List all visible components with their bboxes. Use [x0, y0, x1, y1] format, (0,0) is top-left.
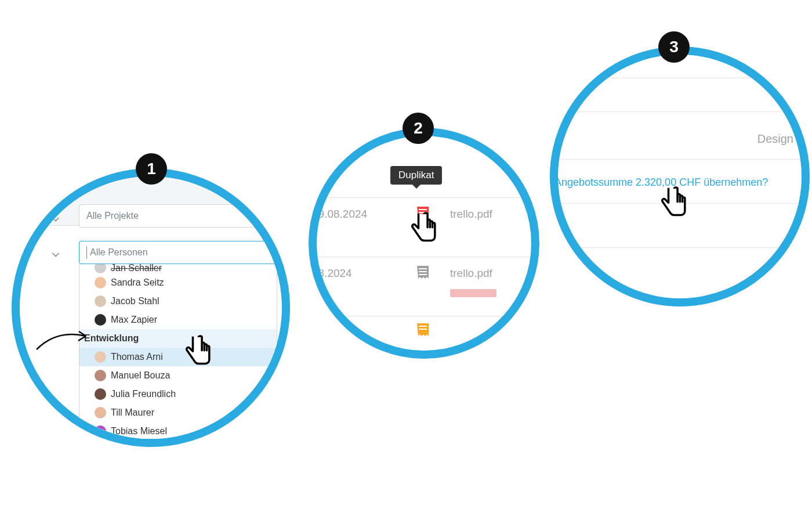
list-item[interactable]: Max Zapier — [79, 311, 277, 329]
step-1-ring: Alle Projekte Alle Personen Jan Schaller… — [12, 168, 290, 447]
table-row[interactable]: 08.2024 trello.pdf — [317, 257, 531, 290]
cursor-hand-icon — [657, 185, 690, 226]
chevron-down-icon[interactable] — [50, 214, 61, 228]
projects-filter-placeholder: Alle Projekte — [86, 211, 139, 221]
list-item[interactable]: Thomas Arni — [79, 348, 277, 366]
step-badge-1: 1 — [136, 153, 167, 185]
list-item[interactable]: Till Maurer — [79, 403, 277, 422]
svg-rect-7 — [419, 329, 427, 330]
svg-rect-4 — [419, 271, 427, 272]
row-filename: trello.pdf — [450, 208, 492, 221]
projects-filter-input[interactable]: Alle Projekte — [79, 204, 282, 228]
persons-filter-placeholder: Alle Personen — [90, 247, 148, 258]
table-row[interactable]: 09.08.2024 trello.pdf — [317, 197, 531, 230]
apply-offer-sum-link[interactable]: Angebotssumme 2.320,00 CHF übernehmen? — [558, 176, 768, 189]
receipt-icon[interactable] — [416, 265, 429, 280]
list-item[interactable]: Julia Freundlich — [79, 385, 277, 403]
persons-dropdown: Jan Schaller Sandra Seitz Jacob Stahl Ma… — [79, 264, 277, 439]
step-badge-2: 2 — [403, 113, 434, 144]
receipt-icon[interactable] — [416, 323, 429, 338]
cropped-text: Des — [773, 86, 793, 100]
chevron-down-icon[interactable] — [50, 249, 61, 263]
row-filename: trello.pdf — [450, 267, 492, 280]
cropped-text: Design — [757, 132, 793, 146]
duplicate-tooltip: Duplikat — [390, 166, 442, 185]
cropped-text: jekt — [37, 406, 50, 416]
svg-rect-1 — [419, 212, 427, 213]
row-date: 08.2024 — [317, 267, 352, 280]
list-item[interactable]: Jacob Stahl — [79, 292, 277, 311]
step-badge-3: 3 — [658, 31, 690, 63]
dropdown-group-header[interactable]: Entwicklung — [79, 329, 277, 348]
progress-bar — [450, 289, 496, 297]
list-item[interactable]: Manuel Bouza — [79, 366, 277, 385]
row-date: 09.08.2024 — [317, 208, 367, 221]
svg-rect-2 — [419, 215, 427, 216]
persons-filter-input[interactable]: Alle Personen — [79, 241, 282, 264]
arrow-annotation-icon — [34, 323, 92, 355]
list-item[interactable]: Sandra Seitz — [79, 273, 277, 292]
svg-rect-3 — [419, 268, 427, 269]
receipt-duplicate-icon[interactable] — [416, 206, 429, 221]
list-item[interactable]: Jan Schaller — [79, 264, 277, 273]
svg-rect-5 — [419, 274, 427, 275]
step-3-ring: Des Design Angebotssumme 2.320,00 CHF üb… — [550, 46, 810, 306]
step-2-ring: Duplikat 09.08.2024 trello.pdf 08.2024 t… — [309, 128, 539, 359]
list-item[interactable]: TMTobias Miesel — [79, 422, 277, 439]
svg-rect-0 — [419, 209, 427, 210]
svg-rect-6 — [419, 326, 427, 327]
